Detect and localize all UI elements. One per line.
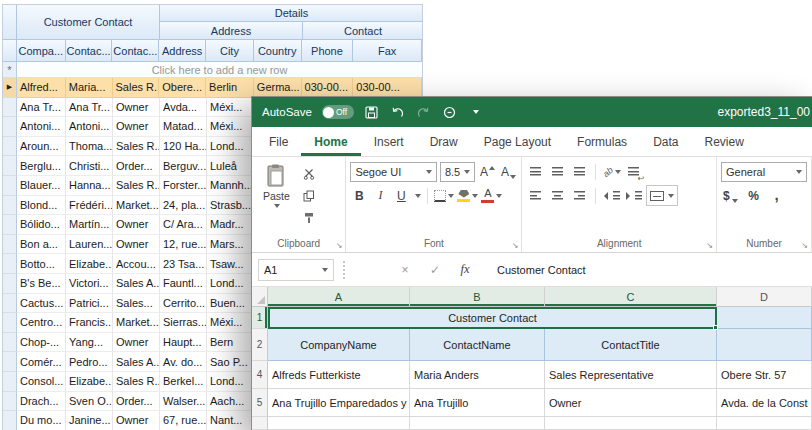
decrease-indent-button[interactable] [602, 186, 621, 205]
cell[interactable]: Accou... [113, 254, 160, 274]
merge-center-button[interactable] [646, 185, 678, 206]
cancel-button[interactable]: × [395, 263, 415, 277]
cell[interactable]: Blauer... [17, 176, 66, 196]
paste-button[interactable]: Paste [256, 162, 297, 235]
cell[interactable]: Avda. de la Const [717, 389, 812, 417]
cell[interactable]: Janine... [66, 411, 113, 430]
row-header[interactable] [3, 156, 17, 176]
row-header[interactable] [3, 294, 17, 314]
align-top-button[interactable] [526, 162, 545, 181]
row-header[interactable] [3, 137, 17, 157]
tab-file[interactable]: File [256, 127, 301, 156]
cell[interactable]: Owner [545, 389, 717, 417]
cell[interactable]: Sales A... [113, 274, 160, 294]
cell[interactable]: Lond... [207, 137, 255, 157]
cell[interactable]: Méxi... [207, 98, 255, 118]
dialog-launcher-icon[interactable]: ↘ [706, 242, 713, 250]
row-header[interactable] [3, 117, 17, 137]
cell[interactable]: Order... [113, 392, 160, 412]
format-painter-button[interactable] [297, 209, 321, 227]
row-header[interactable] [3, 372, 17, 392]
chevron-down-icon[interactable] [415, 194, 421, 198]
cell[interactable]: Botto... [17, 254, 66, 274]
insert-function-button[interactable]: fx [455, 262, 475, 277]
cell[interactable]: Bólido... [17, 215, 66, 235]
cell[interactable]: B's Be... [17, 274, 66, 294]
cell[interactable]: Ana Trujillo Emparedados y helad [268, 389, 410, 417]
group-header-customer-contact[interactable]: Customer Contact [17, 5, 160, 40]
cell[interactable]: Ana Tr... [17, 98, 66, 118]
increase-indent-button[interactable] [624, 186, 643, 205]
tab-data[interactable]: Data [640, 127, 691, 156]
cell[interactable] [410, 417, 545, 430]
font-size-combo[interactable]: 8.5 [440, 162, 476, 182]
cell[interactable]: Du mo... [17, 411, 66, 430]
column-header[interactable]: C [545, 287, 717, 306]
formula-bar-splitter[interactable] [343, 261, 345, 279]
cell[interactable]: Tsaw... [207, 254, 255, 274]
cell[interactable]: Obere... [159, 78, 206, 98]
tab-review[interactable]: Review [691, 127, 756, 156]
cell[interactable]: 67, rue... [160, 411, 207, 430]
cell[interactable]: Antoni... [17, 117, 66, 137]
cell[interactable]: Sierras... [160, 313, 207, 333]
row-header[interactable]: 4 [252, 361, 268, 389]
row-header[interactable] [3, 176, 17, 196]
cell[interactable]: Sales Representative [545, 361, 717, 389]
cell[interactable]: Aach... [207, 392, 255, 412]
cell[interactable]: 12, rue... [160, 235, 207, 255]
tab-insert[interactable]: Insert [361, 127, 417, 156]
cell[interactable] [717, 329, 812, 361]
quick-access-icon[interactable] [442, 103, 458, 121]
cell[interactable]: Mars... [207, 235, 255, 255]
cell[interactable]: Martín... [66, 215, 113, 235]
cell[interactable]: Méxi... [207, 313, 255, 333]
cell[interactable]: Order... [113, 156, 160, 176]
column-header[interactable]: City [206, 40, 254, 62]
column-header[interactable]: Contac... [66, 40, 113, 62]
row-header[interactable] [3, 235, 17, 255]
cell[interactable]: Nant... [207, 411, 255, 430]
row-header[interactable] [3, 254, 17, 274]
row-header[interactable] [3, 352, 17, 372]
cell[interactable]: Strasb... [207, 196, 255, 216]
tab-draw[interactable]: Draw [417, 127, 471, 156]
new-row[interactable]: * Click here to add a new row [3, 62, 422, 78]
cell[interactable] [717, 307, 812, 329]
table-row[interactable]: ▶Alfred...Maria...Sales R...Obere...Berl… [3, 78, 422, 98]
comma-style-button[interactable]: , [770, 186, 784, 205]
column-header[interactable]: B [410, 287, 545, 306]
cell[interactable]: Alfreds Futterkiste [268, 361, 410, 389]
cell[interactable]: Hanna... [66, 176, 113, 196]
bold-button[interactable]: B [350, 186, 368, 205]
row-header[interactable] [3, 333, 17, 353]
cell[interactable]: Berguv... [160, 156, 207, 176]
cell[interactable]: Yang... [66, 333, 113, 353]
cell[interactable]: Obere Str. 57 [717, 361, 812, 389]
cell[interactable]: 030-00... [302, 78, 354, 98]
formula-content[interactable]: Customer Contact [497, 264, 586, 276]
cell[interactable]: Antoni... [66, 117, 113, 137]
cell[interactable]: Christi... [66, 156, 113, 176]
cell[interactable]: Sven O... [66, 392, 113, 412]
cell[interactable]: 120 Ha... [160, 137, 207, 157]
orientation-button[interactable]: ab [602, 162, 621, 181]
cell[interactable]: Sales... [113, 294, 160, 314]
row-header[interactable]: 5 [252, 389, 268, 417]
undo-button[interactable] [390, 103, 406, 121]
cell[interactable] [268, 417, 410, 430]
cell[interactable]: Patrici... [66, 294, 113, 314]
cell[interactable]: ContactName [410, 329, 545, 361]
group-header-address[interactable]: Address [160, 22, 303, 40]
column-header[interactable]: Contac... [112, 40, 159, 62]
cell[interactable]: Av. do... [160, 352, 207, 372]
cell[interactable]: Sales A... [113, 352, 160, 372]
row-header[interactable] [3, 313, 17, 333]
row-header[interactable] [3, 411, 17, 430]
cell[interactable]: Elizabe... [66, 254, 113, 274]
cell[interactable]: ContactTitle [545, 329, 717, 361]
underline-button[interactable]: U [392, 186, 410, 205]
cell[interactable]: Comér... [17, 352, 66, 372]
dialog-launcher-icon[interactable]: ↘ [336, 242, 343, 250]
cell[interactable]: Centro... [17, 313, 66, 333]
